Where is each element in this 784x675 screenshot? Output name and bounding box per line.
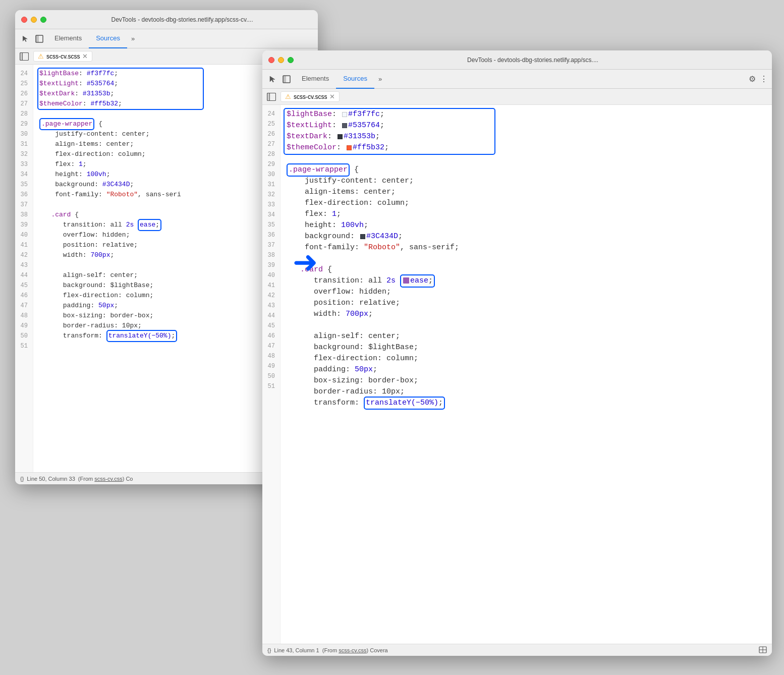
titlebar-2: DevTools - devtools-dbg-stories.netlify.… — [262, 50, 772, 70]
tab-sources-2[interactable]: Sources — [336, 70, 374, 89]
r2-code-line-45: background: $lightBase; — [287, 342, 772, 353]
r2-code-line-30: justify-content: center; — [287, 176, 772, 187]
r2-code-line-47: padding: 50px; — [287, 364, 772, 375]
warning-icon-2: ⚠ — [285, 93, 291, 100]
tab-sources-1[interactable]: Sources — [89, 29, 127, 48]
settings-area-2: ⚙ ⋮ — [749, 74, 768, 84]
panel-icon-2[interactable] — [281, 73, 293, 85]
line-numbers-1: 2425262728293031323334353637383940414243… — [15, 65, 33, 472]
r2-code-line-49: border-radius: 10px; — [287, 386, 772, 398]
swatch-f3f7fc — [342, 112, 347, 117]
status-bar-2: {} Line 43, Column 1 (From scss-cv.css) … — [262, 644, 772, 656]
svg-rect-6 — [283, 76, 286, 83]
svg-rect-1 — [36, 35, 39, 42]
svg-rect-3 — [20, 52, 23, 60]
status-text-1: Line 50, Column 33 (From scss-cv.css) Co — [27, 476, 133, 482]
code-editor-2: 2425262728293031323334353637383940414243… — [262, 105, 772, 644]
r2-code-line-51 — [287, 409, 772, 420]
sidebar-toggle-1[interactable] — [19, 51, 29, 62]
file-tab-2[interactable]: ⚠ scss-cv.scss ✕ — [281, 91, 340, 102]
file-close-2[interactable]: ✕ — [329, 93, 335, 100]
swatch-ff5b32 — [347, 145, 352, 150]
r2-code-line-48: box-sizing: border-box; — [287, 375, 772, 386]
braces-icon-1: {} — [20, 476, 24, 482]
ease-icon — [403, 277, 409, 284]
panel-icon-1[interactable] — [33, 33, 45, 45]
titlebar-1: DevTools - devtools-dbg-stories.netlify.… — [15, 10, 318, 29]
more-options-icon-2[interactable]: ⋮ — [760, 74, 768, 84]
r2-code-line-24: $lightBase: #f3f7fc; — [287, 109, 772, 120]
tab-elements-2[interactable]: Elements — [295, 70, 336, 89]
r2-code-line-26: $textDark: #31353b; — [287, 131, 772, 142]
more-tabs-2[interactable]: » — [374, 75, 386, 83]
svg-rect-8 — [267, 93, 270, 100]
big-arrow: ➜ — [293, 247, 318, 277]
maximize-button-1[interactable] — [40, 17, 46, 23]
r2-code-line-46: flex-direction: column; — [287, 353, 772, 364]
r2-code-line-34: height: 100vh; — [287, 220, 772, 231]
braces-icon-2: {} — [267, 647, 271, 653]
minimize-button-1[interactable] — [31, 17, 37, 23]
r2-code-line-38: .card { — [287, 264, 772, 275]
close-button-2[interactable] — [268, 57, 274, 63]
r2-code-line-44: align-self: center; — [287, 331, 772, 342]
r2-code-line-25: $textLight: #535764; — [287, 120, 772, 131]
window-title-1: DevTools - devtools-dbg-stories.netlify.… — [52, 16, 312, 23]
r2-code-line-43 — [287, 320, 772, 331]
status-text-2: Line 43, Column 1 (From scss-cv.css) Cov… — [274, 647, 387, 653]
file-tab-1[interactable]: ⚠ scss-cv.scss ✕ — [33, 51, 92, 62]
line-numbers-2: 2425262728293031323334353637383940414243… — [262, 105, 281, 644]
tab-elements-1[interactable]: Elements — [47, 29, 89, 48]
status-link-2[interactable]: scss-cv.css — [339, 647, 366, 653]
swatch-31353b — [338, 134, 343, 139]
minimize-button-2[interactable] — [278, 57, 284, 63]
coverage-icon — [759, 646, 767, 655]
r2-code-line-31: align-items: center; — [287, 187, 772, 198]
r2-code-line-32: flex-direction: column; — [287, 198, 772, 209]
traffic-lights-1 — [21, 17, 46, 23]
file-name-2: scss-cv.scss — [294, 93, 327, 100]
swatch-3c434d — [360, 234, 365, 239]
code-content-2: $lightBase: #f3f7fc; $textLight: #535764… — [281, 105, 772, 644]
status-link-1[interactable]: scss-cv.css — [94, 476, 122, 482]
r2-code-line-28 — [287, 153, 772, 164]
cursor-icon-2[interactable] — [266, 73, 278, 85]
r2-code-line-40: overflow: hidden; — [287, 287, 772, 298]
r2-code-line-27: $themeColor: #ff5b32; — [287, 142, 772, 153]
settings-icon-2[interactable]: ⚙ — [749, 74, 756, 84]
r2-code-line-37 — [287, 253, 772, 264]
cursor-icon-1[interactable] — [19, 33, 31, 45]
devtools-tabbar-2: Elements Sources » ⚙ ⋮ — [262, 70, 772, 89]
file-close-1[interactable]: ✕ — [82, 52, 88, 60]
r2-code-line-42: width: 700px; — [287, 309, 772, 320]
r2-code-line-50: transform: translateY(−50%); — [287, 398, 772, 409]
sources-toolbar-2: ⚠ scss-cv.scss ✕ — [262, 89, 772, 105]
close-button-1[interactable] — [21, 17, 27, 23]
sidebar-toggle-2[interactable] — [266, 92, 276, 102]
traffic-lights-2 — [268, 57, 294, 63]
r2-code-line-41: position: relative; — [287, 298, 772, 309]
devtools-window-2: DevTools - devtools-dbg-stories.netlify.… — [262, 50, 772, 656]
window-title-2: DevTools - devtools-dbg-stories.netlify.… — [300, 57, 766, 64]
maximize-button-2[interactable] — [288, 57, 294, 63]
r2-code-line-33: flex: 1; — [287, 209, 772, 220]
r2-code-line-29: .page-wrapper { — [287, 164, 772, 176]
swatch-535764 — [342, 123, 347, 128]
file-name-1: scss-cv.scss — [46, 53, 80, 60]
r2-code-line-36: font-family: "Roboto", sans-serif; — [287, 242, 772, 253]
devtools-tabbar-1: Elements Sources » — [15, 29, 318, 48]
more-tabs-1[interactable]: » — [127, 35, 139, 42]
r2-code-line-39: transition: all 2s ease; — [287, 275, 772, 287]
r2-code-line-35: background: #3C434D; — [287, 231, 772, 242]
warning-icon-1: ⚠ — [38, 52, 44, 60]
